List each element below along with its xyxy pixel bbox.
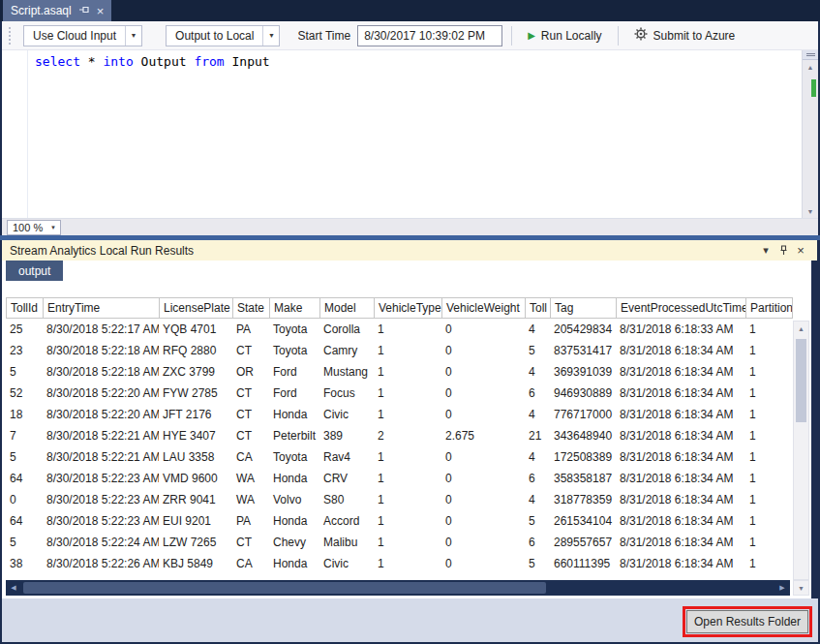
column-header-licenseplate[interactable]: LicensePlate (160, 298, 233, 318)
table-cell: VMD 9600 (159, 468, 232, 489)
table-cell: 23 (6, 340, 43, 361)
table-cell: OR (232, 361, 269, 383)
table-cell: 5 (525, 510, 550, 532)
table-cell: S80 (319, 489, 374, 510)
table-row[interactable]: 528/30/2018 5:22:20 AMFYW 2785CTFordFocu… (6, 383, 792, 404)
scroll-up-icon[interactable]: ▲ (794, 322, 808, 335)
pin-icon[interactable] (774, 245, 792, 256)
column-header-partition[interactable]: Partition (746, 298, 793, 318)
table-cell: 1 (374, 446, 441, 468)
table-cell: 0 (441, 340, 525, 361)
column-header-make[interactable]: Make (270, 298, 320, 318)
results-table-body[interactable]: 258/30/2018 5:22:17 AMYQB 4701PAToyotaCo… (6, 319, 792, 578)
table-cell: 2 (374, 425, 441, 446)
scroll-left-icon[interactable]: ◀ (6, 580, 21, 596)
visual-studio-window: Script.asaql × Use Cloud Input ▼ Output … (0, 0, 820, 644)
table-cell: 8/31/2018 6:18:33 AM (616, 319, 745, 340)
submit-to-azure-button[interactable]: Submit to Azure (627, 24, 743, 47)
results-horizontal-scrollbar[interactable]: ◀ ▶ (6, 580, 790, 596)
table-cell: 8/30/2018 5:22:23 AM (43, 489, 159, 510)
window-menu-icon[interactable]: ▾ (757, 244, 774, 257)
table-cell: 1 (745, 425, 792, 446)
table-cell: 8/31/2018 6:18:34 AM (616, 383, 745, 404)
horizontal-scrollbar-thumb[interactable] (23, 582, 546, 594)
table-row[interactable]: 08/30/2018 5:22:23 AMZRR 9041WAVolvoS801… (6, 489, 792, 510)
table-cell: CA (232, 446, 269, 468)
chevron-down-icon[interactable]: ▼ (46, 225, 60, 230)
open-results-folder-button[interactable]: Open Results Folder (686, 610, 808, 633)
zoom-level-dropdown[interactable]: 100 % ▼ (7, 220, 61, 235)
table-cell: 8/30/2018 5:22:18 AM (43, 340, 159, 361)
run-locally-button[interactable]: ▶ Run Locally (521, 24, 608, 47)
editor-horizontal-scrollbar[interactable]: 100 % ▼ (2, 218, 818, 235)
table-row[interactable]: 58/30/2018 5:22:24 AMLZW 7265CTChevyMali… (6, 532, 792, 553)
column-header-state[interactable]: State (233, 298, 270, 318)
table-row[interactable]: 58/30/2018 5:22:18 AMZXC 3799ORFordMusta… (6, 361, 792, 383)
table-row[interactable]: 368/30/2018 5:22:26 AMMCL 3956TXHondaAcc… (6, 574, 792, 578)
table-cell: Civic (319, 553, 374, 574)
table-cell: 0 (441, 468, 525, 489)
scroll-down-icon[interactable]: ▼ (803, 204, 818, 218)
table-cell: KBJ 5849 (159, 553, 232, 574)
table-cell: 634568916 (550, 574, 616, 578)
scroll-up-icon[interactable]: ▲ (803, 60, 818, 74)
code-line[interactable]: select * into Output from Input (35, 54, 270, 70)
editor-vertical-scrollbar[interactable]: ▲ ▼ (802, 50, 818, 218)
table-cell: Malibu (319, 532, 374, 553)
chevron-down-icon[interactable]: ▼ (262, 26, 279, 46)
table-row[interactable]: 188/30/2018 5:22:20 AMJFT 2176CTHondaCiv… (6, 404, 792, 425)
column-header-eventprocessedutctime[interactable]: EventProcessedUtcTime (617, 298, 746, 318)
chevron-down-icon[interactable]: ▼ (125, 26, 141, 46)
start-time-input[interactable] (357, 25, 502, 46)
table-row[interactable]: 648/30/2018 5:22:23 AMEUI 9201PAHondaAcc… (6, 510, 792, 532)
column-header-vehicleweight[interactable]: VehicleWeight (442, 298, 526, 318)
table-cell: 8/31/2018 6:18:34 AM (616, 340, 745, 361)
table-cell: 369391039 (550, 361, 616, 383)
column-header-tollid[interactable]: TollId (7, 298, 44, 318)
table-cell: 6 (525, 532, 550, 553)
table-cell: 1 (745, 340, 792, 361)
input-source-dropdown[interactable]: Use Cloud Input ▼ (23, 25, 142, 46)
query-editor[interactable]: select * into Output from Input ▲ ▼ 100 … (2, 50, 818, 235)
table-row[interactable]: 58/30/2018 5:22:21 AMLAU 3358CAToyotaRav… (6, 446, 792, 468)
table-row[interactable]: 238/30/2018 5:22:18 AMRFQ 2880CTToyotaCa… (6, 340, 792, 361)
table-cell: 1 (745, 532, 792, 553)
stream-analytics-toolbar: Use Cloud Input ▼ Output to Local ▼ Star… (2, 21, 818, 50)
tab-script-asaql[interactable]: Script.asaql × (3, 0, 111, 21)
run-icon: ▶ (528, 30, 535, 41)
column-header-tag[interactable]: Tag (551, 298, 617, 318)
close-icon[interactable]: × (97, 5, 105, 17)
splitter-handle[interactable] (803, 50, 818, 60)
close-icon[interactable]: × (792, 243, 809, 258)
results-vertical-scrollbar[interactable]: ▲ (793, 321, 809, 580)
table-cell: Focus (319, 383, 374, 404)
code-text: Output (134, 54, 195, 69)
table-row[interactable]: 648/30/2018 5:22:23 AMVMD 9600WAHondaCRV… (6, 468, 792, 489)
table-cell: 8/31/2018 6:18:34 AM (616, 468, 745, 489)
table-cell: 8/30/2018 5:22:20 AM (43, 383, 159, 404)
results-panel-titlebar[interactable]: Stream Analytics Local Run Results ▾ × (2, 240, 817, 261)
table-cell: 0 (441, 383, 525, 404)
table-cell: JFT 2176 (159, 404, 232, 425)
column-header-entrytime[interactable]: EntryTime (44, 298, 160, 318)
pin-icon[interactable] (78, 4, 90, 18)
table-row[interactable]: 258/30/2018 5:22:17 AMYQB 4701PAToyotaCo… (6, 319, 792, 340)
scroll-right-icon[interactable]: ▶ (774, 580, 790, 596)
column-header-model[interactable]: Model (320, 298, 375, 318)
table-cell: 0 (441, 532, 525, 553)
column-header-toll[interactable]: Toll (526, 298, 551, 318)
tab-output[interactable]: output (6, 261, 63, 281)
results-panel-footer: Open Results Folder (2, 598, 818, 642)
table-cell: Volvo (269, 489, 319, 510)
output-target-dropdown[interactable]: Output to Local ▼ (166, 25, 280, 46)
scroll-down-icon[interactable]: ▼ (793, 580, 809, 596)
column-header-vehicletype[interactable]: VehicleType (375, 298, 442, 318)
table-cell: Honda (269, 404, 319, 425)
table-cell: Toyota (269, 319, 319, 340)
table-row[interactable]: 78/30/2018 5:22:21 AMHYE 3407CTPeterbilt… (6, 425, 792, 446)
table-cell: TX (232, 574, 269, 578)
table-row[interactable]: 388/30/2018 5:22:26 AMKBJ 5849CAHondaCiv… (6, 553, 792, 574)
table-cell: Ford (269, 383, 319, 404)
table-cell: 7 (6, 425, 43, 446)
vertical-scrollbar-thumb[interactable] (796, 339, 806, 422)
